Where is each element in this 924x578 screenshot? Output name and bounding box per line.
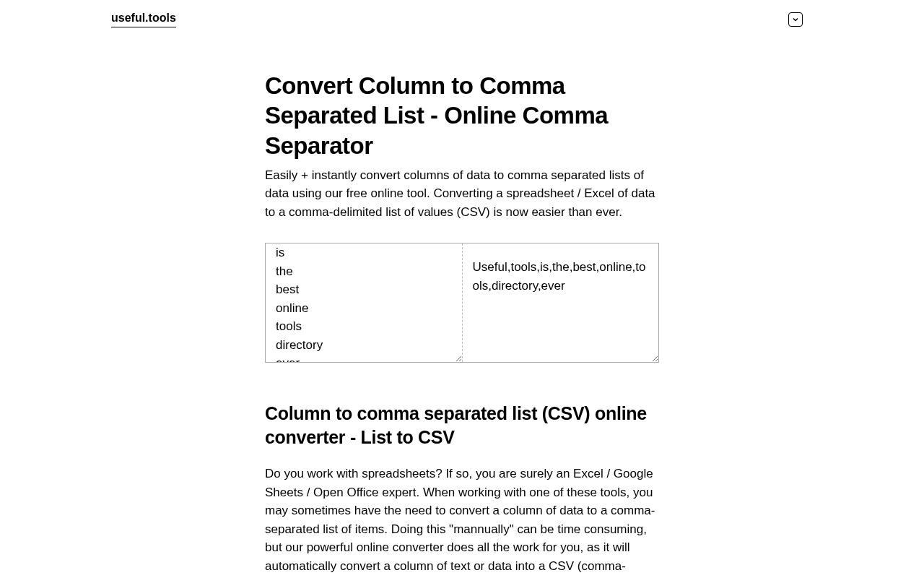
main-content: Convert Column to Comma Separated List -… [265,39,659,578]
section-body: Do you work with spreadsheets? If so, yo… [265,465,659,578]
converter-box [265,243,659,363]
chevron-down-icon [792,16,799,23]
converter-output[interactable] [463,243,659,362]
page-title: Convert Column to Comma Separated List -… [265,71,659,160]
logo[interactable]: useful.tools [111,12,176,27]
header: useful.tools [0,0,924,39]
page-subtitle: Easily + instantly convert columns of da… [265,166,659,222]
menu-dropdown-button[interactable] [788,12,803,27]
converter-input[interactable] [266,243,463,362]
section-heading: Column to comma separated list (CSV) onl… [265,402,659,449]
